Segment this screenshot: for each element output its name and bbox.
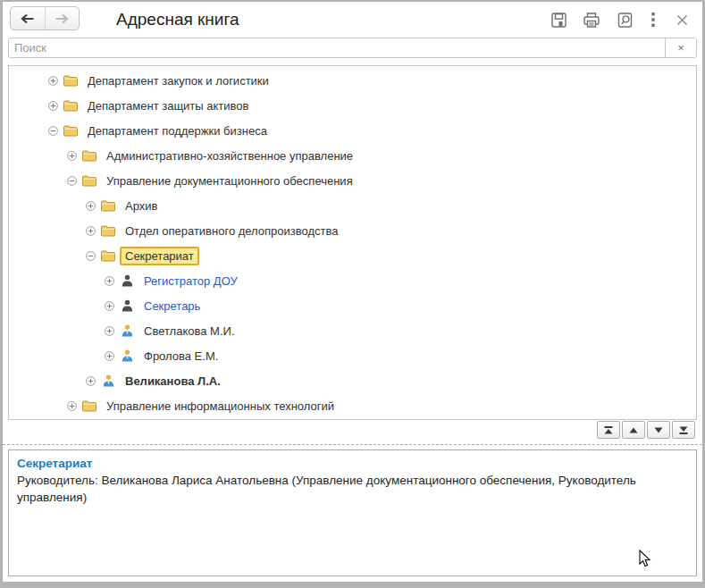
person-dark-icon xyxy=(120,299,134,312)
person-dark-icon xyxy=(120,274,134,287)
history-nav-group xyxy=(10,6,80,30)
tree-row: Секретарь xyxy=(9,293,696,318)
tree-item-label[interactable]: Архив xyxy=(120,197,163,215)
folder-icon xyxy=(101,199,115,212)
tree-row: Департамент закупок и логистики xyxy=(9,68,696,93)
folder-icon xyxy=(63,124,78,137)
tree-item-label[interactable]: Секретариат xyxy=(120,247,199,265)
collapse-node-icon[interactable] xyxy=(86,251,96,261)
back-button[interactable] xyxy=(11,7,45,29)
expand-node-icon[interactable] xyxy=(67,401,77,411)
toolbar: Адресная книга xyxy=(3,2,702,38)
tree-row: Фролова Е.М. xyxy=(9,343,696,368)
panel-splitter[interactable] xyxy=(3,444,702,445)
page-title: Адресная книга xyxy=(116,10,239,29)
tree-item-label[interactable]: Административно-хозяйственное управление xyxy=(101,147,358,165)
tree-item-label[interactable]: Великанова Л.А. xyxy=(120,372,226,391)
details-text: Руководитель: Великанова Лариса Анатолье… xyxy=(17,472,688,506)
tree-item-label[interactable]: Фролова Е.М. xyxy=(138,347,223,365)
expand-node-icon[interactable] xyxy=(48,76,58,86)
search-input[interactable] xyxy=(9,38,665,57)
scroll-to-top-button[interactable] xyxy=(597,421,620,439)
close-button[interactable] xyxy=(672,9,692,30)
org-tree: Департамент закупок и логистики Департам… xyxy=(8,65,697,420)
tree-row: Великанова Л.А. xyxy=(9,368,696,393)
more-button[interactable] xyxy=(648,9,659,30)
details-title: Секретариат xyxy=(17,455,688,472)
person-blue-icon xyxy=(120,349,134,362)
search-bar: × xyxy=(8,38,697,58)
tree-pager xyxy=(597,421,695,439)
back-arrow-icon xyxy=(20,13,35,24)
tree-item-label[interactable]: Управление информационных технологий xyxy=(101,397,340,416)
tree-row: Управление документационного обеспечения xyxy=(9,168,696,193)
expand-node-icon[interactable] xyxy=(105,276,114,286)
tree-row: Архив xyxy=(9,193,696,218)
search-clear-button[interactable]: × xyxy=(665,38,696,57)
folder-icon xyxy=(82,149,97,162)
expand-node-icon[interactable] xyxy=(105,326,114,336)
scroll-up-button[interactable] xyxy=(622,421,645,439)
more-icon xyxy=(650,12,656,28)
forward-button[interactable] xyxy=(45,7,80,29)
tree-item-label[interactable]: Секретарь xyxy=(138,297,206,315)
preview-icon xyxy=(616,11,634,29)
expand-node-icon[interactable] xyxy=(67,151,77,161)
tree-row: Управление информационных технологий xyxy=(9,393,696,418)
tree-item-label[interactable]: Департамент поддержки бизнеса xyxy=(82,122,273,140)
expand-node-icon[interactable] xyxy=(86,226,96,236)
tree-row: Светлакова М.И. xyxy=(9,318,696,343)
collapse-node-icon[interactable] xyxy=(48,126,58,136)
folder-icon xyxy=(101,224,115,237)
tree-row: Регистратор ДОУ xyxy=(9,268,696,293)
forward-arrow-icon xyxy=(55,13,70,24)
tree-item-label[interactable]: Департамент защиты активов xyxy=(82,97,254,115)
details-panel: Секретариат Руководитель: Великанова Лар… xyxy=(8,449,697,576)
close-icon xyxy=(676,13,689,27)
collapse-node-icon[interactable] xyxy=(67,176,77,186)
tree-row: Департамент защиты активов xyxy=(9,93,696,118)
folder-icon xyxy=(63,99,78,112)
tree-item-label[interactable]: Светлакова М.И. xyxy=(138,322,240,340)
folder-icon xyxy=(101,249,115,262)
save-icon xyxy=(550,11,568,29)
person-blue-icon xyxy=(101,374,115,387)
print-icon xyxy=(582,11,601,29)
tree-item-label[interactable]: Департамент закупок и логистики xyxy=(82,71,274,90)
scroll-to-bottom-button[interactable] xyxy=(672,421,695,439)
folder-icon xyxy=(63,74,78,87)
tree-item-label[interactable]: Управление документационного обеспечения xyxy=(101,172,358,190)
tree-row: Отдел оперативного делопроизводства xyxy=(9,218,696,243)
expand-node-icon[interactable] xyxy=(86,201,96,211)
scroll-down-button[interactable] xyxy=(647,421,670,439)
preview-button[interactable] xyxy=(615,9,634,30)
expand-node-icon[interactable] xyxy=(48,101,58,111)
folder-icon xyxy=(82,174,97,187)
expand-node-icon[interactable] xyxy=(105,351,114,361)
tree-item-label[interactable]: Отдел оперативного делопроизводства xyxy=(120,222,344,240)
toolbar-actions xyxy=(549,2,692,38)
tree-item-label[interactable]: Регистратор ДОУ xyxy=(138,272,243,290)
print-button[interactable] xyxy=(582,9,601,30)
tree-row: Секретариат xyxy=(9,243,696,268)
address-book-window: Адресная книга × Департа xyxy=(0,0,705,588)
tree-row: Административно-хозяйственное управление xyxy=(9,143,696,168)
save-button[interactable] xyxy=(549,9,568,30)
person-blue-icon xyxy=(120,324,134,337)
expand-node-icon[interactable] xyxy=(86,376,96,386)
tree-row: Департамент поддержки бизнеса xyxy=(9,118,696,143)
expand-node-icon[interactable] xyxy=(105,301,114,311)
folder-icon xyxy=(82,399,97,412)
